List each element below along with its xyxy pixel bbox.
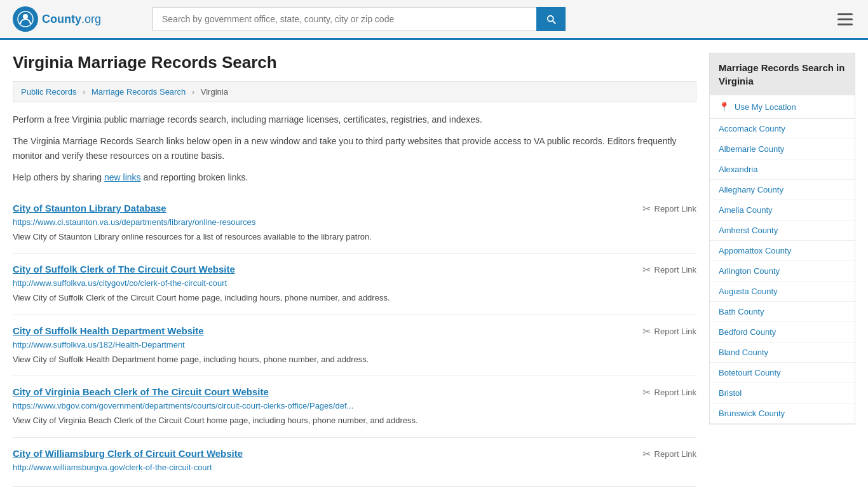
sidebar-county-link-8[interactable]: Augusta County xyxy=(719,287,778,296)
report-icon-2: ✂ xyxy=(642,325,651,337)
report-icon-1: ✂ xyxy=(642,264,651,276)
result-header: City of Williamsburg Clerk of Circuit Co… xyxy=(13,448,696,460)
result-desc-3: View City of Virginia Beach Clerk of the… xyxy=(13,414,696,427)
result-url-4[interactable]: http://www.williamsburgva.gov/clerk-of-t… xyxy=(13,463,696,472)
sidebar-county-item-0: Accomack County xyxy=(710,119,855,139)
sidebar-county-link-10[interactable]: Bedford County xyxy=(719,327,776,337)
breadcrumb-sep: › xyxy=(192,87,194,97)
logo-area: County.org xyxy=(13,6,140,32)
results-container: City of Staunton Library Database ✂ Repo… xyxy=(13,193,696,487)
use-location-label: Use My Location xyxy=(735,102,796,112)
sidebar-county-link-5[interactable]: Amherst County xyxy=(719,226,778,235)
sidebar-county-link-4[interactable]: Amelia County xyxy=(719,205,773,215)
result-header: City of Suffolk Health Department Websit… xyxy=(13,325,696,337)
logo-text: County.org xyxy=(42,13,101,26)
result-desc-0: View City of Staunton Library online res… xyxy=(13,231,696,243)
menu-button[interactable] xyxy=(835,11,855,28)
sidebar-county-item-3: Alleghany County xyxy=(710,180,855,200)
report-label-4: Report Link xyxy=(654,449,696,459)
breadcrumb: Public Records › Marriage Records Search… xyxy=(13,81,696,102)
result-title-2[interactable]: City of Suffolk Health Department Websit… xyxy=(13,325,204,336)
result-header: City of Staunton Library Database ✂ Repo… xyxy=(13,203,696,215)
breadcrumb-public-records[interactable]: Public Records xyxy=(21,87,76,97)
report-link-button-0[interactable]: ✂ Report Link xyxy=(642,203,696,215)
result-title-4[interactable]: City of Williamsburg Clerk of Circuit Co… xyxy=(13,448,243,459)
sidebar-county-item-1: Albemarle County xyxy=(710,139,855,159)
sidebar-county-link-3[interactable]: Alleghany County xyxy=(719,185,783,194)
report-link-button-4[interactable]: ✂ Report Link xyxy=(642,448,696,460)
sidebar-county-link-14[interactable]: Brunswick County xyxy=(719,409,785,418)
sidebar-county-item-8: Augusta County xyxy=(710,281,855,302)
result-header: City of Virginia Beach Clerk of The Circ… xyxy=(13,386,696,398)
sidebar-county-link-9[interactable]: Bath County xyxy=(719,307,764,316)
sidebar-county-link-11[interactable]: Bland County xyxy=(719,348,768,357)
result-desc-2: View City of Suffolk Health Department h… xyxy=(13,353,696,366)
breadcrumb-sep: › xyxy=(83,87,85,97)
sidebar-county-link-7[interactable]: Arlington County xyxy=(719,266,780,276)
sidebar-county-item-4: Amelia County xyxy=(710,200,855,220)
report-icon-4: ✂ xyxy=(642,448,651,460)
description-3-suffix: and reporting broken links. xyxy=(141,172,248,182)
result-url-1[interactable]: http://www.suffolkva.us/citygovt/co/cler… xyxy=(13,278,696,288)
result-header: City of Suffolk Clerk of The Circuit Cou… xyxy=(13,264,696,276)
report-label-1: Report Link xyxy=(654,265,696,274)
main-container: Virginia Marriage Records Search Public … xyxy=(0,40,868,488)
menu-icon-line xyxy=(837,18,853,20)
result-title-0[interactable]: City of Staunton Library Database xyxy=(13,203,166,214)
sidebar-county-item-11: Bland County xyxy=(710,342,855,363)
sidebar-county-item-12: Botetourt County xyxy=(710,363,855,383)
sidebar-county-link-13[interactable]: Bristol xyxy=(719,388,742,398)
sidebar-county-link-6[interactable]: Appomattox County xyxy=(719,246,791,255)
report-label-0: Report Link xyxy=(654,204,696,214)
logo-icon xyxy=(13,6,38,32)
sidebar-county-item-13: Bristol xyxy=(710,383,855,403)
menu-icon-line xyxy=(837,13,853,15)
sidebar: Marriage Records Search in Virginia 📍 Us… xyxy=(709,53,855,487)
page-title: Virginia Marriage Records Search xyxy=(13,53,696,72)
sidebar-county-item-9: Bath County xyxy=(710,302,855,322)
result-title-1[interactable]: City of Suffolk Clerk of The Circuit Cou… xyxy=(13,264,235,274)
search-wrapper xyxy=(153,7,566,31)
svg-point-1 xyxy=(23,14,28,19)
sidebar-title: Marriage Records Search in Virginia xyxy=(710,53,855,95)
description-1: Perform a free Virginia public marriage … xyxy=(13,112,696,126)
result-title-3[interactable]: City of Virginia Beach Clerk of The Circ… xyxy=(13,386,269,397)
result-url-0[interactable]: https://www.ci.staunton.va.us/department… xyxy=(13,217,696,227)
menu-icon-line xyxy=(837,24,853,25)
sidebar-county-item-2: Alexandria xyxy=(710,159,855,180)
result-url-3[interactable]: https://www.vbgov.com/government/departm… xyxy=(13,401,696,410)
report-icon-3: ✂ xyxy=(642,386,651,398)
report-label-3: Report Link xyxy=(654,388,696,397)
sidebar-county-link-1[interactable]: Albemarle County xyxy=(719,144,784,154)
sidebar-county-link-12[interactable]: Botetourt County xyxy=(719,368,781,377)
site-header: County.org xyxy=(0,0,868,40)
sidebar-county-item-10: Bedford County xyxy=(710,322,855,342)
sidebar-county-link-0[interactable]: Accomack County xyxy=(719,124,785,133)
report-link-button-1[interactable]: ✂ Report Link xyxy=(642,264,696,276)
result-url-2[interactable]: http://www.suffolkva.us/182/Health-Depar… xyxy=(13,340,696,349)
sidebar-counties: Accomack CountyAlbemarle CountyAlexandri… xyxy=(710,119,855,424)
report-icon-0: ✂ xyxy=(642,203,651,215)
sidebar-section: Marriage Records Search in Virginia 📍 Us… xyxy=(709,53,855,424)
description-2: The Virginia Marriage Records Search lin… xyxy=(13,134,696,163)
sidebar-county-item-5: Amherst County xyxy=(710,220,855,241)
sidebar-county-item-6: Appomattox County xyxy=(710,241,855,261)
report-label-2: Report Link xyxy=(654,327,696,336)
new-links-link[interactable]: new links xyxy=(104,172,141,182)
result-item: City of Suffolk Clerk of The Circuit Cou… xyxy=(13,254,696,315)
description-3-prefix: Help others by sharing xyxy=(13,172,104,182)
report-link-button-2[interactable]: ✂ Report Link xyxy=(642,325,696,337)
description-3: Help others by sharing new links and rep… xyxy=(13,170,696,184)
search-button[interactable] xyxy=(536,7,566,31)
result-item: City of Suffolk Health Department Websit… xyxy=(13,315,696,377)
breadcrumb-marriage-records[interactable]: Marriage Records Search xyxy=(92,87,186,97)
sidebar-county-link-2[interactable]: Alexandria xyxy=(719,165,757,174)
report-link-button-3[interactable]: ✂ Report Link xyxy=(642,386,696,398)
result-desc-1: View City of Suffolk Clerk of the Circui… xyxy=(13,292,696,304)
result-item: City of Virginia Beach Clerk of The Circ… xyxy=(13,376,696,438)
search-input[interactable] xyxy=(153,7,536,31)
result-item: City of Williamsburg Clerk of Circuit Co… xyxy=(13,438,696,487)
result-item: City of Staunton Library Database ✂ Repo… xyxy=(13,193,696,254)
breadcrumb-state: Virginia xyxy=(201,87,228,97)
use-location-button[interactable]: 📍 Use My Location xyxy=(710,95,855,119)
